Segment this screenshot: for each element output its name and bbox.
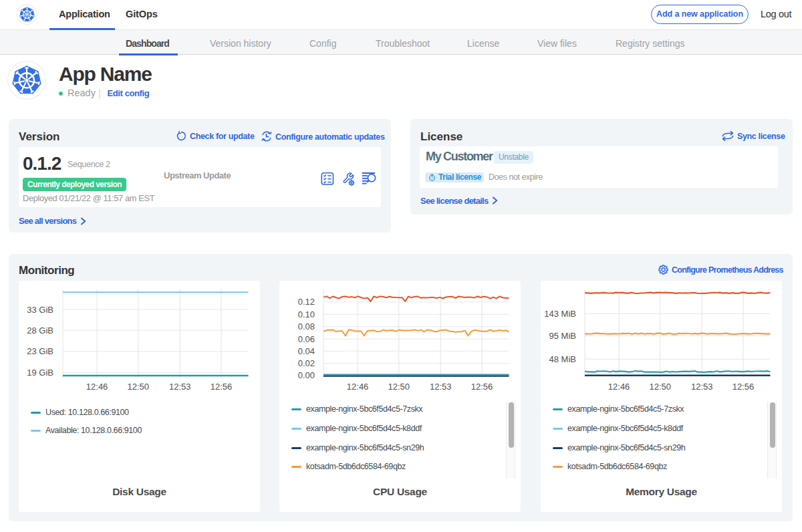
svg-text:23 GiB: 23 GiB [27, 346, 53, 356]
svg-text:33 GiB: 33 GiB [27, 305, 53, 315]
svg-text:12:56: 12:56 [732, 382, 755, 392]
svg-text:12:50: 12:50 [650, 382, 672, 392]
svg-text:95 MiB: 95 MiB [549, 331, 576, 341]
svg-text:0.04: 0.04 [298, 346, 315, 356]
svg-text:12:53: 12:53 [169, 382, 191, 392]
svg-text:0.08: 0.08 [298, 321, 315, 331]
svg-text:143 MiB: 143 MiB [544, 309, 576, 319]
svg-text:12:46: 12:46 [608, 382, 630, 392]
svg-text:12:56: 12:56 [211, 382, 233, 392]
svg-text:19 GiB: 19 GiB [27, 368, 53, 378]
svg-text:12:53: 12:53 [430, 382, 452, 392]
svg-text:12:56: 12:56 [471, 382, 493, 392]
svg-text:0.12: 0.12 [298, 297, 315, 307]
svg-text:28 GiB: 28 GiB [27, 325, 53, 336]
svg-text:12:53: 12:53 [691, 382, 713, 392]
svg-text:48 MiB: 48 MiB [549, 354, 576, 364]
svg-text:12:46: 12:46 [347, 382, 369, 392]
svg-text:0.06: 0.06 [298, 334, 315, 344]
svg-text:0.00: 0.00 [298, 370, 315, 380]
svg-text:0.02: 0.02 [298, 358, 315, 368]
svg-text:12:46: 12:46 [86, 382, 108, 392]
svg-text:12:50: 12:50 [388, 382, 410, 392]
svg-text:12:50: 12:50 [128, 382, 150, 392]
svg-text:0.10: 0.10 [298, 309, 315, 319]
